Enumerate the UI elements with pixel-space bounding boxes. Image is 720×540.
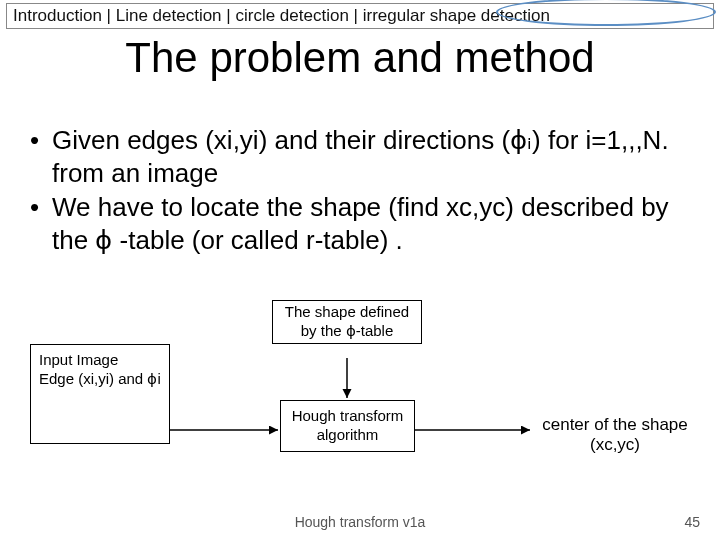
breadcrumb-item: circle detection (235, 6, 348, 25)
breadcrumb-sep: | (354, 6, 363, 25)
shape-table-text: The shape defined by the ϕ-table (285, 303, 409, 339)
bullet-list: Given edges (xi,yi) and their directions… (28, 124, 692, 258)
flow-diagram: Input Image Edge (xi,yi) and ϕi The shap… (30, 300, 690, 490)
breadcrumb-sep: | (107, 6, 116, 25)
bullet-item: Given edges (xi,yi) and their directions… (28, 124, 692, 189)
breadcrumb-item: Line detection (116, 6, 222, 25)
algorithm-text: Hough transform algorithm (292, 407, 404, 443)
input-box-text: Input Image Edge (xi,yi) and ϕi (39, 351, 161, 387)
input-box: Input Image Edge (xi,yi) and ϕi (30, 344, 170, 444)
shape-table-box: The shape defined by the ϕ-table (272, 300, 422, 344)
output-label: center of the shape (xc,yc) (530, 415, 700, 455)
output-text: center of the shape (xc,yc) (542, 415, 688, 454)
algorithm-box: Hough transform algorithm (280, 400, 415, 452)
slide-title: The problem and method (0, 34, 720, 82)
bullet-item: We have to locate the shape (find xc,yc)… (28, 191, 692, 256)
breadcrumb-item: Introduction (13, 6, 102, 25)
breadcrumb-item: irregular shape detection (363, 6, 550, 25)
breadcrumb: Introduction | Line detection | circle d… (6, 3, 714, 29)
slide-number: 45 (684, 514, 700, 530)
footer-caption: Hough transform v1a (0, 514, 720, 530)
